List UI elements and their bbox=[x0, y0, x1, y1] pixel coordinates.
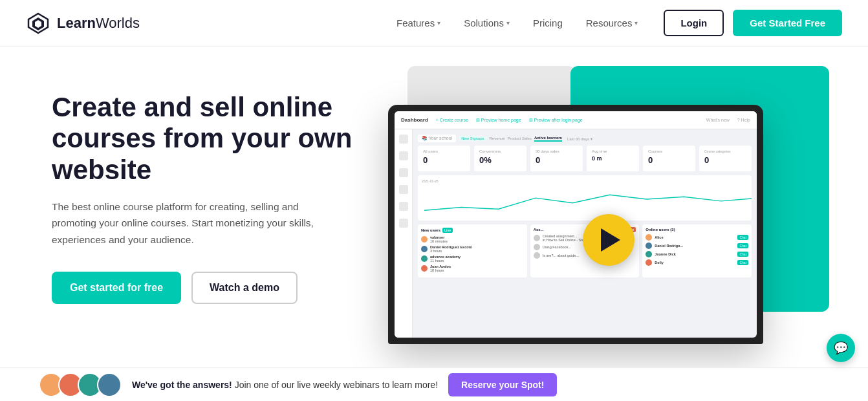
user-time-1: 16 minutes bbox=[430, 239, 448, 243]
hero-title: Create and sell online courses from your… bbox=[52, 92, 388, 186]
school-label: 📚 Your school bbox=[418, 135, 456, 142]
user-row-4: Juan Avalos 18 hours bbox=[421, 265, 524, 272]
hero-visual: Dashboard + Create course ⊞ Preview home… bbox=[388, 79, 829, 401]
nav-features[interactable]: Features ▾ bbox=[396, 17, 440, 28]
play-button[interactable] bbox=[583, 214, 635, 266]
last-60-days-filter[interactable]: Last 60 days ▾ bbox=[565, 136, 595, 142]
chat-icon: 💬 bbox=[834, 341, 848, 355]
stat-avg-time: Avg time 0 m bbox=[587, 146, 639, 171]
nav-pricing[interactable]: Pricing bbox=[533, 17, 563, 28]
nav-links: Features ▾ Solutions ▾ Pricing Resources… bbox=[396, 17, 638, 28]
stat-label-1: All users bbox=[423, 149, 465, 153]
screen-help[interactable]: ? Help bbox=[737, 118, 750, 122]
nav-actions: Login Get Started Free bbox=[664, 10, 842, 36]
screen-preview-home[interactable]: ⊞ Preview home page bbox=[476, 118, 521, 123]
sidebar-icon-6[interactable] bbox=[399, 219, 408, 228]
reserve-spot-button[interactable]: Reserve your Spot! bbox=[448, 373, 557, 396]
activity-avatar-2 bbox=[534, 244, 540, 250]
watch-demo-button[interactable]: Watch a demo bbox=[191, 272, 298, 304]
stats-row: All users 0 Conversions 0% 30 days sales… bbox=[418, 146, 752, 171]
login-button[interactable]: Login bbox=[664, 10, 724, 36]
logo-text: LearnWorlds bbox=[57, 15, 140, 32]
hero-buttons: Get started for free Watch a demo bbox=[52, 272, 388, 304]
activity-text-2: Using Facebook... bbox=[543, 245, 571, 249]
chat-user-button-1[interactable]: Chat bbox=[737, 235, 748, 240]
stat-value-2: 0% bbox=[479, 155, 521, 165]
user-row-3: advance academy 11 hours bbox=[421, 255, 524, 263]
sidebar-icon-2[interactable] bbox=[399, 151, 408, 160]
navbar: LearnWorlds Features ▾ Solutions ▾ Prici… bbox=[0, 0, 868, 47]
stat-conversions: Conversions 0% bbox=[474, 146, 526, 171]
chart-svg bbox=[424, 185, 752, 214]
sidebar-icon-1[interactable] bbox=[399, 135, 408, 144]
new-signup-badge[interactable]: New Signups bbox=[459, 136, 486, 141]
user-avatar-2 bbox=[421, 246, 428, 252]
user-row-2: Daniel Rodriguez Escoto 3 hours bbox=[421, 245, 524, 253]
stat-value-6: 0 bbox=[704, 155, 746, 165]
webinar-text: We've got the answers! Join one of our l… bbox=[132, 380, 438, 390]
logo[interactable]: LearnWorlds bbox=[26, 11, 140, 36]
online-row-2: Daniel Rodrigo... Chat bbox=[646, 243, 748, 249]
webinar-banner: We've got the answers! Join one of our l… bbox=[0, 367, 868, 401]
chat-user-button-4[interactable]: Chat bbox=[737, 260, 748, 265]
stat-value-1: 0 bbox=[423, 155, 465, 165]
sidebar-icon-4[interactable] bbox=[399, 185, 408, 194]
online-name-4: Dolly bbox=[655, 261, 663, 265]
stat-courses: Courses 0 bbox=[643, 146, 695, 171]
screen-preview-login[interactable]: ⊞ Preview after login page bbox=[529, 118, 583, 123]
stat-all-users: All users 0 bbox=[418, 146, 470, 171]
online-name-1: Alice bbox=[655, 235, 663, 239]
logo-icon bbox=[26, 11, 50, 36]
screen-body: 📚 Your school New Signups Revenue Produc… bbox=[395, 129, 757, 338]
hero-cta-button[interactable]: Get started for free bbox=[52, 272, 181, 304]
online-avatar-1 bbox=[646, 234, 652, 241]
screen-dashboard-label: Dashboard bbox=[401, 117, 428, 123]
nav-solutions[interactable]: Solutions ▾ bbox=[464, 17, 510, 28]
play-icon bbox=[601, 228, 620, 252]
screen-create-course[interactable]: + Create course bbox=[436, 118, 468, 122]
sidebar-icon-5[interactable] bbox=[399, 202, 408, 211]
chat-bubble[interactable]: 💬 bbox=[827, 334, 855, 362]
new-users-badge: Live bbox=[442, 228, 453, 233]
user-time-2: 3 hours bbox=[430, 249, 472, 253]
stat-categories: Course categories 0 bbox=[699, 146, 752, 171]
screen-whats-new[interactable]: What's new bbox=[706, 118, 730, 122]
stat-label-2: Conversions bbox=[479, 149, 521, 153]
online-avatar-4 bbox=[646, 259, 652, 266]
user-row-1: valanser 16 minutes bbox=[421, 235, 524, 243]
activity-time-1: in How to Sell Online - Start... bbox=[543, 238, 589, 242]
screen-sidebar bbox=[395, 129, 413, 338]
online-users-card: Online users (3) Alice Chat bbox=[642, 224, 752, 277]
chat-user-button-3[interactable]: Chat bbox=[737, 252, 748, 257]
user-time-3: 11 hours bbox=[430, 259, 461, 263]
revenue-label: Revenue bbox=[490, 136, 505, 140]
stat-value-3: 0 bbox=[536, 155, 578, 165]
online-avatar-3 bbox=[646, 251, 652, 257]
stat-value-5: 0 bbox=[648, 155, 690, 165]
sidebar-icon-3[interactable] bbox=[399, 168, 408, 177]
activity-avatar-1 bbox=[534, 235, 540, 241]
new-users-card: New users Live valanser 16 minutes bbox=[418, 224, 527, 277]
stat-label-4: Avg time bbox=[592, 149, 634, 153]
chart-label: 2021-01-28 bbox=[422, 179, 748, 183]
laptop-mockup: Dashboard + Create course ⊞ Preview home… bbox=[388, 105, 763, 344]
online-row-1: Alice Chat bbox=[646, 234, 748, 241]
chevron-down-icon: ▾ bbox=[437, 19, 440, 27]
get-started-button[interactable]: Get Started Free bbox=[733, 10, 842, 36]
user-avatar-4 bbox=[421, 265, 428, 272]
nav-resources[interactable]: Resources ▾ bbox=[586, 17, 638, 28]
hero-subtitle: The best online course platform for crea… bbox=[52, 199, 336, 248]
avatar-4 bbox=[97, 373, 122, 397]
online-avatar-2 bbox=[646, 243, 652, 249]
online-row-3: Joanne Dick Chat bbox=[646, 251, 748, 257]
hero-section: Create and sell online courses from your… bbox=[0, 47, 868, 401]
activity-text-3: Is are?... about guide... bbox=[543, 254, 579, 257]
user-avatar-1 bbox=[421, 236, 428, 243]
online-name-2: Daniel Rodrigo... bbox=[655, 244, 683, 248]
chat-user-button-2[interactable]: Chat bbox=[737, 243, 748, 248]
stat-label-3: 30 days sales bbox=[536, 149, 578, 153]
chart-area: 2021-01-28 bbox=[418, 175, 752, 221]
hero-content: Create and sell online courses from your… bbox=[52, 79, 388, 304]
product-sales-label: Product Sales bbox=[508, 136, 532, 140]
active-learners-tab[interactable]: Active learners bbox=[534, 136, 562, 142]
